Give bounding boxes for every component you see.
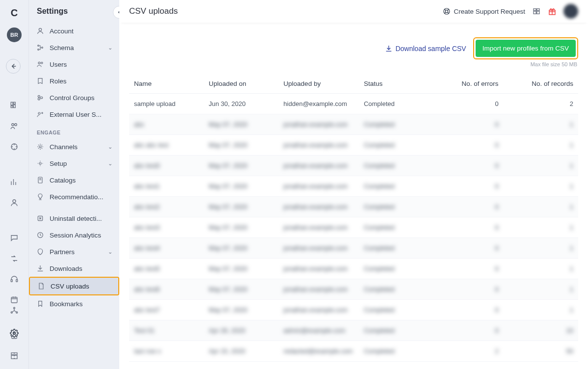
nav-session-analytics[interactable]: Session Analytics <box>29 227 119 243</box>
chevron-down-icon: ⌄ <box>108 249 112 255</box>
bookmarks-icon <box>36 300 45 308</box>
import-highlight: Import new profiles from CSV <box>473 37 578 59</box>
svg-point-30 <box>39 146 41 148</box>
nav-bookmarks[interactable]: Bookmarks <box>29 295 119 312</box>
back-button[interactable] <box>6 59 21 74</box>
import-profiles-button[interactable]: Import new profiles from CSV <box>476 40 576 57</box>
nav-schema[interactable]: Schema ⌄ <box>29 39 119 56</box>
cell-records: 1 <box>504 217 578 238</box>
cell-records: 1 <box>504 176 578 197</box>
cell-uploaded_on: May 07, 2020 <box>204 114 278 135</box>
rail-headset-icon[interactable] <box>8 273 21 286</box>
cell-uploaded_on: May 07, 2020 <box>204 279 278 300</box>
table-row[interactable]: abc test0May 07, 2020jonathan.example.co… <box>129 156 578 176</box>
max-file-size-hint: Max file size 50 MB <box>129 61 577 67</box>
svg-rect-37 <box>534 9 536 11</box>
cell-errors: 2 <box>433 341 503 362</box>
rail-settings-icon[interactable] <box>8 327 21 340</box>
table-row[interactable]: abc test5May 07, 2020jonathan.example.co… <box>129 259 578 279</box>
rail-journey-icon[interactable] <box>8 252 21 265</box>
recommendations-icon <box>36 193 45 201</box>
nav-downloads[interactable]: Downloads <box>29 260 119 277</box>
col-name: Name <box>129 74 204 94</box>
cell-name: abc test5 <box>129 259 204 279</box>
cell-errors: 0 <box>433 279 503 300</box>
nav-account[interactable]: Account <box>29 23 119 39</box>
user-icon <box>36 27 45 35</box>
cell-status: Completed <box>359 300 433 320</box>
rail-target-icon[interactable] <box>8 140 21 153</box>
svg-rect-9 <box>16 280 18 282</box>
table-row[interactable]: abc test6May 07, 2020jonathan.example.co… <box>129 279 578 300</box>
nav-uninstall-detection[interactable]: Uninstall detecti... <box>29 210 119 227</box>
rail-org-icon[interactable] <box>8 304 21 317</box>
cell-uploaded_on: May 07, 2020 <box>204 135 278 156</box>
gift-icon[interactable] <box>548 7 557 16</box>
nav-roles[interactable]: Roles <box>29 73 119 89</box>
svg-point-31 <box>39 162 41 164</box>
rail-boards-icon[interactable] <box>8 99 21 112</box>
nav-setup[interactable]: Setup ⌄ <box>29 155 119 172</box>
user-avatar[interactable] <box>563 4 578 19</box>
table-row[interactable]: abc test2May 07, 2020jonathan.example.co… <box>129 197 578 217</box>
nav-csv-uploads[interactable]: CSV uploads <box>30 278 118 294</box>
table-row[interactable]: sample uploadJun 30, 2020hidden@example.… <box>129 94 578 114</box>
table-row[interactable]: Test 01Apr 28, 2020admin@example.comComp… <box>129 320 578 341</box>
cell-uploaded_by: jonathan.example.com <box>279 238 359 259</box>
rail-message-icon[interactable] <box>8 232 21 244</box>
cell-errors: 0 <box>433 114 503 135</box>
table-row[interactable]: abc test4May 07, 2020jonathan.example.co… <box>129 238 578 259</box>
svg-rect-3 <box>14 105 16 108</box>
nav-channels[interactable]: Channels ⌄ <box>29 138 119 155</box>
rail-person-icon[interactable] <box>8 196 21 209</box>
svg-point-5 <box>15 124 17 126</box>
cell-errors: 0 <box>433 94 503 114</box>
cell-records: 10 <box>504 320 578 341</box>
cell-errors: 0 <box>433 320 503 341</box>
cell-status: Completed <box>359 135 433 156</box>
nav-external-user-segments[interactable]: External User S... <box>29 106 119 123</box>
rail-analytics-icon[interactable] <box>8 176 21 188</box>
download-sample-link[interactable]: Download sample CSV <box>385 45 466 53</box>
svg-rect-8 <box>11 280 12 282</box>
cell-name: abc <box>129 114 204 135</box>
nav-users[interactable]: Users <box>29 56 119 73</box>
create-support-request-button[interactable]: Create Support Request <box>443 7 525 15</box>
table-row[interactable]: abc test7May 07, 2020jonathan.example.co… <box>129 300 578 320</box>
layout-icon[interactable] <box>532 7 541 16</box>
cell-errors: 0 <box>433 135 503 156</box>
nav-catalogs[interactable]: Catalogs <box>29 172 119 188</box>
topbar: CSV uploads Create Support Request <box>119 0 588 23</box>
cell-status: Completed <box>359 156 433 176</box>
uninstall-icon <box>36 214 45 222</box>
svg-point-25 <box>41 62 43 64</box>
svg-point-20 <box>39 28 41 31</box>
setup-icon <box>36 159 45 167</box>
cell-errors: 0 <box>433 176 503 197</box>
svg-point-22 <box>38 49 39 51</box>
table-row[interactable]: abc test3May 07, 2020jonathan.example.co… <box>129 217 578 238</box>
nav-partners[interactable]: Partners ⌄ <box>29 243 119 260</box>
users-icon <box>36 60 45 68</box>
svg-rect-2 <box>11 106 13 108</box>
catalogs-icon <box>36 176 45 184</box>
nav-recommendations[interactable]: Recommendatio... <box>29 188 119 205</box>
svg-point-18 <box>14 355 15 356</box>
session-analytics-icon <box>36 231 45 239</box>
cell-status: Completed <box>359 279 433 300</box>
arrow-left-icon <box>9 62 18 71</box>
rail-more-icon[interactable] <box>8 349 21 362</box>
schema-icon <box>36 44 45 52</box>
cell-uploaded_by: jonathan.example.com <box>279 217 359 238</box>
workspace-avatar[interactable]: BR <box>7 27 22 42</box>
app-logo[interactable]: C <box>7 6 21 20</box>
svg-point-28 <box>38 98 40 100</box>
nav-control-groups[interactable]: Control Groups <box>29 89 119 106</box>
cell-status: Completed <box>359 217 433 238</box>
table-row[interactable]: abc abc testMay 07, 2020jonathan.example… <box>129 135 578 156</box>
table-row[interactable]: abcMay 07, 2020jonathan.example.comCompl… <box>129 114 578 135</box>
table-row[interactable]: last row xApr 15, 2020redacted@example.c… <box>129 341 578 362</box>
rail-users-icon[interactable] <box>8 120 21 132</box>
cell-uploaded_on: May 07, 2020 <box>204 259 278 279</box>
table-row[interactable]: abc test1May 07, 2020jonathan.example.co… <box>129 176 578 197</box>
